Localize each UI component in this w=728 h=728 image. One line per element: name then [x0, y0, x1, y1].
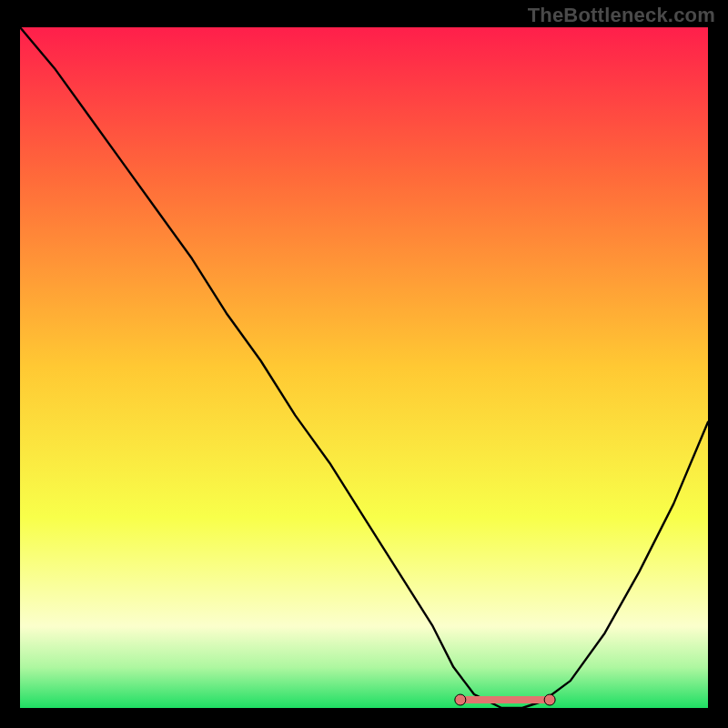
optimal-range-end-marker [544, 694, 555, 705]
chart-container: { "watermark": "TheBottleneck.com", "col… [0, 0, 728, 728]
optimal-range-start-marker [455, 694, 466, 705]
gradient-background [20, 27, 708, 708]
bottleneck-chart [0, 0, 728, 728]
